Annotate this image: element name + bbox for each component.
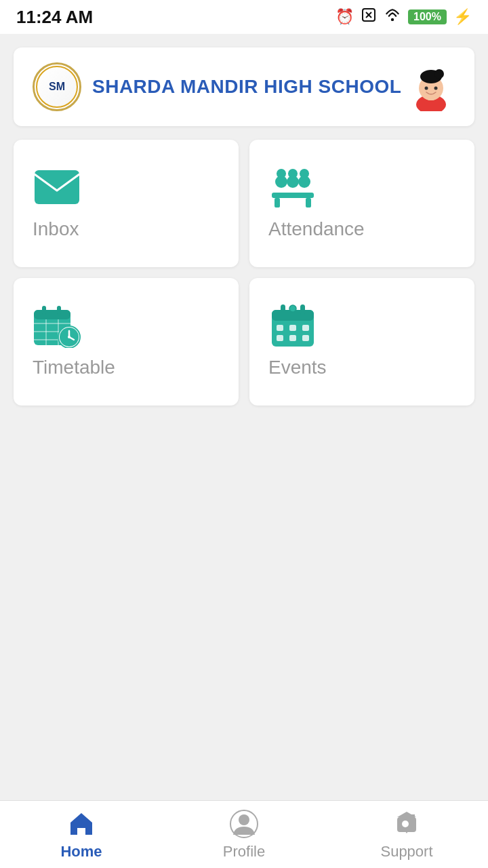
bottom-nav: Home Profile Support xyxy=(0,800,488,868)
svg-point-50 xyxy=(402,821,409,827)
main-content: SHARDA MANDIR HIGH SCHOOL xyxy=(0,34,488,868)
school-name: SHARDA MANDIR HIGH SCHOOL xyxy=(92,76,401,98)
svg-rect-14 xyxy=(306,198,311,208)
timetable-card[interactable]: Timetable xyxy=(14,278,239,406)
notification-icon xyxy=(361,7,377,27)
attendance-card[interactable]: Attendance xyxy=(249,140,474,267)
school-info: SHARDA MANDIR HIGH SCHOOL xyxy=(33,62,401,111)
svg-point-18 xyxy=(277,169,286,178)
nav-profile-label: Profile xyxy=(223,843,265,861)
status-icons: ⏰ 100% ⚡ xyxy=(336,7,472,27)
svg-rect-40 xyxy=(289,325,296,331)
svg-rect-44 xyxy=(302,335,309,341)
svg-point-34 xyxy=(68,336,70,338)
svg-rect-23 xyxy=(42,306,46,315)
timetable-icon xyxy=(33,305,81,346)
inbox-label: Inbox xyxy=(33,218,79,240)
logo-inner xyxy=(36,66,78,108)
svg-rect-41 xyxy=(302,325,309,331)
support-icon xyxy=(392,809,422,839)
svg-point-19 xyxy=(288,169,298,178)
wifi-icon xyxy=(384,7,401,26)
events-card[interactable]: Events xyxy=(249,278,474,406)
svg-rect-13 xyxy=(274,198,280,208)
attendance-icon xyxy=(268,167,317,208)
events-label: Events xyxy=(268,357,327,378)
school-header: SHARDA MANDIR HIGH SCHOOL xyxy=(14,47,474,126)
svg-point-8 xyxy=(434,69,444,79)
svg-rect-12 xyxy=(272,193,314,198)
svg-rect-22 xyxy=(34,310,70,319)
nav-support[interactable]: Support xyxy=(325,809,488,861)
mail-icon xyxy=(33,167,81,208)
nav-profile[interactable]: Profile xyxy=(163,809,325,861)
svg-point-9 xyxy=(425,87,428,90)
profile-icon xyxy=(229,809,259,839)
alarm-icon: ⏰ xyxy=(336,8,354,26)
battery-indicator: 100% xyxy=(408,9,447,24)
timetable-label: Timetable xyxy=(33,357,115,378)
school-logo xyxy=(33,62,81,111)
svg-rect-11 xyxy=(35,170,79,204)
status-time: 11:24 AM xyxy=(16,7,93,28)
nav-support-label: Support xyxy=(380,843,432,861)
nav-home[interactable]: Home xyxy=(0,809,163,861)
cards-grid: Inbox Attendan xyxy=(14,140,474,406)
svg-rect-37 xyxy=(281,304,285,315)
svg-rect-24 xyxy=(57,306,61,315)
charging-icon: ⚡ xyxy=(453,8,472,26)
svg-rect-42 xyxy=(277,335,283,341)
attendance-label: Attendance xyxy=(268,218,365,240)
svg-point-45 xyxy=(289,305,296,312)
svg-rect-38 xyxy=(300,304,305,315)
svg-rect-43 xyxy=(289,335,296,341)
events-icon xyxy=(268,305,317,346)
inbox-card[interactable]: Inbox xyxy=(14,140,239,267)
svg-point-3 xyxy=(391,18,394,21)
svg-point-10 xyxy=(434,87,438,90)
nav-home-label: Home xyxy=(60,843,102,861)
svg-point-47 xyxy=(239,814,249,825)
svg-rect-39 xyxy=(277,325,283,331)
svg-point-20 xyxy=(300,169,309,178)
status-bar: 11:24 AM ⏰ 100% ⚡ xyxy=(0,0,488,34)
home-icon xyxy=(66,809,96,839)
student-avatar[interactable] xyxy=(407,62,455,111)
